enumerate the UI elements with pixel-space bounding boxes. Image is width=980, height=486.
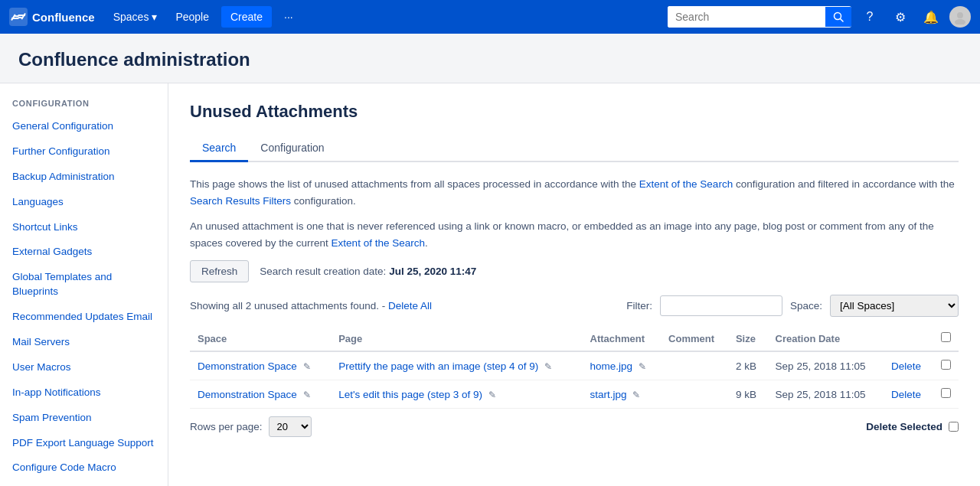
rows-per-page-control: Rows per page: 20 40 60 80 100 [190, 416, 312, 437]
main-content: Unused Attachments Search Configuration … [168, 83, 980, 486]
sidebar: CONFIGURATION General Configuration Furt… [0, 83, 168, 486]
chevron-down-icon: ▾ [152, 11, 157, 23]
sidebar-item-global-templates[interactable]: Global Templates and Blueprints [0, 265, 168, 305]
search-input[interactable] [668, 6, 825, 28]
svg-point-4 [955, 19, 965, 24]
rows-per-page-label: Rows per page: [190, 421, 263, 432]
filter-controls: Filter: Space: [All Spaces] Demonstratio… [626, 295, 959, 317]
page-link-2[interactable]: Let's edit this page (step 3 of 9) [338, 389, 482, 400]
page-link-1[interactable]: Prettify the page with an image (step 4 … [338, 360, 538, 372]
cell-comment [661, 380, 728, 409]
space-link-2[interactable]: Demonstration Space [198, 389, 297, 400]
sidebar-item-external-gadgets[interactable]: External Gadgets [0, 240, 168, 265]
select-all-checkbox[interactable] [941, 332, 951, 342]
search-result-date-label: Search result creation date: Jul 25, 202… [260, 266, 476, 277]
col-header-size: Size [728, 326, 768, 351]
sidebar-item-pdf-export[interactable]: PDF Export Language Support [0, 431, 168, 456]
edit-space-icon[interactable]: ✎ [303, 361, 311, 372]
refresh-button[interactable]: Refresh [190, 260, 249, 282]
attachments-table: Space Page Attachment Comment Size Creat… [190, 326, 959, 409]
delete-selected-checkbox[interactable] [949, 422, 959, 432]
table-row: Demonstration Space ✎ Let's edit this pa… [190, 380, 959, 409]
edit-attachment-icon-2[interactable]: ✎ [632, 390, 640, 400]
attachment-link-2[interactable]: start.jpg [590, 389, 627, 400]
cell-comment [661, 351, 728, 380]
cell-creation-date: Sep 25, 2018 11:05 [768, 380, 884, 409]
filter-input[interactable] [660, 295, 782, 316]
col-header-attachment: Attachment [583, 326, 662, 351]
tab-search[interactable]: Search [190, 135, 248, 162]
tab-configuration[interactable]: Configuration [248, 135, 336, 162]
delete-selected-label: Delete Selected [866, 421, 942, 432]
sidebar-item-recommended-updates[interactable]: Recommended Updates Email [0, 305, 168, 330]
sidebar-item-spam-prevention[interactable]: Spam Prevention [0, 406, 168, 431]
people-nav-button[interactable]: People [169, 6, 215, 28]
more-nav-button[interactable]: ··· [278, 6, 299, 28]
space-select[interactable]: [All Spaces] Demonstration Space [830, 295, 959, 317]
extent-of-search-link-2[interactable]: Extent of the Search [332, 237, 425, 249]
svg-point-3 [957, 12, 963, 18]
logo-text: Confluence [32, 11, 95, 24]
sidebar-item-shortcut-links[interactable]: Shortcut Links [0, 215, 168, 240]
cell-page: Let's edit this page (step 3 of 9) ✎ [331, 380, 582, 409]
cell-checkbox [933, 380, 959, 409]
search-results-filters-link[interactable]: Search Results Filters [190, 195, 291, 207]
extent-of-search-link-1[interactable]: Extent of the Search [639, 178, 733, 190]
sidebar-item-code-macro[interactable]: Configure Code Macro [0, 455, 168, 481]
space-link-1[interactable]: Demonstration Space [198, 360, 297, 372]
rows-per-page-select[interactable]: 20 40 60 80 100 [269, 416, 312, 437]
delete-link-1[interactable]: Delete [891, 360, 921, 372]
page-title: Confluence administration [18, 49, 962, 70]
confluence-logo[interactable]: Confluence [9, 8, 95, 26]
space-label: Space: [790, 300, 822, 311]
edit-space-icon-2[interactable]: ✎ [303, 390, 311, 400]
description-paragraph-1: This page shows the list of unused attac… [190, 176, 959, 209]
sidebar-item-languages[interactable]: Languages [0, 190, 168, 215]
delete-all-link[interactable]: Delete All [388, 300, 432, 311]
row-checkbox-1[interactable] [941, 360, 951, 370]
page-layout: CONFIGURATION General Configuration Furt… [0, 83, 980, 486]
cell-size: 2 kB [728, 351, 768, 380]
sidebar-item-mail-servers[interactable]: Mail Servers [0, 330, 168, 355]
search-result-date: Jul 25, 2020 11:47 [389, 266, 476, 277]
settings-button[interactable]: ⚙ [888, 5, 913, 29]
help-button[interactable]: ? [858, 5, 882, 29]
user-avatar-icon [952, 9, 968, 24]
spaces-nav-button[interactable]: Spaces ▾ [107, 6, 164, 28]
cell-space: Demonstration Space ✎ [190, 351, 331, 380]
edit-page-icon[interactable]: ✎ [544, 361, 552, 372]
filter-label: Filter: [626, 300, 652, 311]
page-header: Confluence administration [0, 34, 980, 83]
create-button[interactable]: Create [221, 6, 272, 28]
confluence-logo-icon [9, 8, 28, 26]
edit-page-icon-2[interactable]: ✎ [488, 390, 496, 400]
attachment-link-1[interactable]: home.jpg [590, 360, 633, 372]
sidebar-item-backup-administration[interactable]: Backup Administration [0, 165, 168, 190]
tabs-bar: Search Configuration [190, 135, 959, 162]
sidebar-item-user-macros[interactable]: User Macros [0, 355, 168, 380]
sidebar-item-general-configuration[interactable]: General Configuration [0, 114, 168, 139]
table-footer: Rows per page: 20 40 60 80 100 Delete Se… [190, 416, 959, 437]
col-header-comment: Comment [661, 326, 728, 351]
sidebar-section-label: CONFIGURATION [0, 96, 168, 114]
search-button[interactable] [825, 7, 851, 27]
top-navigation: Confluence Spaces ▾ People Create ··· ? … [0, 0, 980, 34]
avatar[interactable] [949, 6, 971, 28]
search-icon [833, 11, 844, 22]
cell-space: Demonstration Space ✎ [190, 380, 331, 409]
edit-attachment-icon[interactable]: ✎ [639, 361, 646, 372]
svg-line-2 [841, 19, 844, 22]
delete-link-2[interactable]: Delete [891, 389, 921, 400]
sidebar-item-in-app-notifications[interactable]: In-app Notifications [0, 380, 168, 406]
notifications-button[interactable]: 🔔 [919, 5, 943, 29]
cell-creation-date: Sep 25, 2018 11:05 [768, 351, 884, 380]
cell-checkbox [933, 351, 959, 380]
sidebar-item-further-configuration[interactable]: Further Configuration [0, 139, 168, 165]
filter-bar: Showing all 2 unused attachments found. … [190, 295, 959, 317]
row-checkbox-2[interactable] [941, 388, 951, 398]
col-header-select-all [933, 326, 959, 351]
col-header-delete [884, 326, 933, 351]
cell-delete: Delete [884, 351, 933, 380]
cell-page: Prettify the page with an image (step 4 … [331, 351, 582, 380]
col-header-space: Space [190, 326, 331, 351]
